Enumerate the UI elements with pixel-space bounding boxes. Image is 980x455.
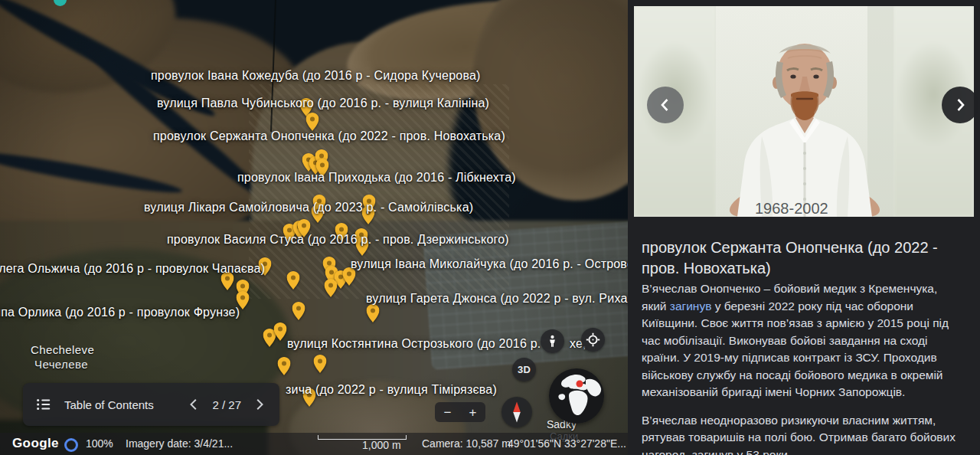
map-pin[interactable]: [314, 355, 327, 373]
zoom-in-button[interactable]: +: [460, 402, 485, 422]
map-street-label[interactable]: вулиця Лікаря Самойловича (до 2023 р. - …: [144, 201, 473, 214]
map-street-label[interactable]: вулиця Івана Миколайчука (до 2016 р. - О…: [351, 257, 628, 271]
map-place-label-ua: Чечелеве: [34, 358, 88, 371]
map-pin[interactable]: [306, 113, 319, 131]
table-of-contents-bar[interactable]: Table of Contents 2 / 27: [23, 383, 279, 426]
description-paragraph: В’ячеслав Онопченко – бойовий медик з Кр…: [642, 280, 965, 401]
map-status-bar: Google 100% Imagery date: 3/4/21... 1,00…: [0, 433, 628, 455]
map-street-label[interactable]: провулок Сержанта Онопченка (до 2022 - п…: [153, 129, 505, 143]
map-place-label-en: Checheleve: [31, 343, 94, 356]
scale-value: 1,000 m: [362, 439, 401, 451]
map-street-label[interactable]: провулок Івана Кожедуба (до 2016 р - Сид…: [151, 69, 481, 83]
map-pin[interactable]: [367, 304, 380, 322]
target-icon: [586, 332, 600, 347]
map-pin[interactable]: [292, 302, 305, 320]
toc-title: Table of Contents: [64, 398, 186, 411]
3d-toggle-button[interactable]: 3D: [512, 358, 536, 381]
camera-altitude: Camera: 10,587 m: [422, 437, 511, 450]
3d-label: 3D: [518, 364, 531, 375]
map-street-label[interactable]: вулиця Костянтина Острозького (до 2016 р…: [287, 337, 541, 351]
map-street-label[interactable]: вулиця Гарета Джонса (до 2022 р - вул. Р…: [366, 292, 628, 306]
map-pin[interactable]: [274, 322, 287, 341]
chevron-left-icon: [656, 96, 675, 114]
photo-caption-years: 1968-2002: [755, 200, 828, 217]
pegman-streetview-button[interactable]: [541, 329, 564, 353]
map-street-label[interactable]: вулиця Пилипа Орлика (до 2016 р - провул…: [0, 306, 240, 319]
casualty-link[interactable]: загинув: [670, 300, 712, 313]
stream-progress-value: 100%: [86, 437, 113, 450]
globe-overview-button[interactable]: [549, 368, 604, 424]
imagery-date: Imagery date: 3/4/21...: [126, 437, 233, 450]
map-street-label[interactable]: провулок Івана Приходька (до 2016 - Лібк…: [237, 171, 516, 185]
coordinates: 49°01'56"N 33°27'28"E...: [508, 437, 626, 450]
map-pin[interactable]: [278, 357, 291, 375]
compass-needle-icon: [501, 397, 532, 427]
google-earth-window: провулок Івана Кожедуба (до 2016 р - Сид…: [0, 0, 980, 455]
next-photo-button[interactable]: [942, 87, 978, 123]
map-street-label[interactable]: зича (до 2022 р - вулиця Тімірязєва): [286, 383, 497, 397]
pegman-icon: [546, 335, 559, 348]
my-location-button[interactable]: [581, 328, 605, 352]
description-paragraph: В’ячеслав неодноразово ризикуючи власним…: [642, 412, 965, 455]
photo-carousel: 1968-2002: [634, 6, 974, 217]
zoom-out-button[interactable]: −: [435, 402, 460, 422]
next-page-button[interactable]: [250, 396, 267, 413]
map-pin[interactable]: [287, 271, 300, 290]
chevron-right-icon: [951, 96, 969, 114]
previous-page-button[interactable]: [186, 396, 203, 413]
map-street-label[interactable]: провулок Василя Стуса (до 2016 р. - пров…: [167, 233, 509, 247]
stream-progress-icon: [64, 438, 78, 452]
zoom-controls: − +: [435, 402, 485, 422]
placemark-description: В’ячеслав Онопченко – бойовий медик з Кр…: [642, 280, 965, 455]
previous-photo-button[interactable]: [647, 87, 684, 123]
placemark-detail-panel: 1968-2002 провулок Сержанта Онопченка (д…: [628, 0, 980, 455]
map-viewport[interactable]: провулок Івана Кожедуба (до 2016 р - Сид…: [0, 0, 628, 455]
map-street-label[interactable]: вулиця Павла Чубинського (до 2016 р. - в…: [157, 97, 489, 110]
paragraph-text: у березні 2022 року під час оборони Київ…: [642, 300, 949, 399]
portrait-photo: [716, 6, 893, 217]
map-scale: 1,000 m: [318, 434, 407, 440]
list-icon[interactable]: [35, 396, 52, 413]
page-indicator: 2 / 27: [212, 398, 241, 411]
globe-icon: [549, 368, 604, 424]
compass-button[interactable]: [501, 397, 532, 427]
placemark-title: провулок Сержанта Онопченка (до 2022 - п…: [642, 237, 966, 279]
map-pin[interactable]: [325, 279, 338, 297]
map-street-label[interactable]: вулиця Олега Ольжича (до 2016 р - провул…: [0, 262, 265, 276]
google-logo: Google: [12, 436, 59, 451]
